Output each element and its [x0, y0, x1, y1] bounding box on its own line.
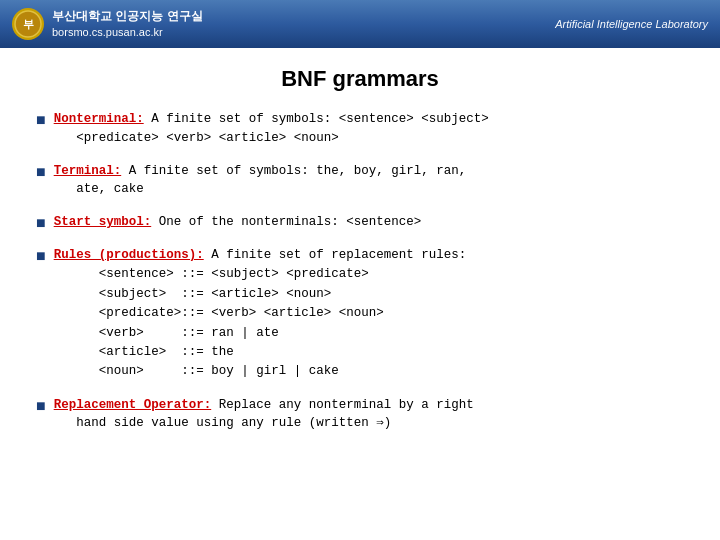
rules-header-text: Rules (productions): A finite set of rep…	[54, 246, 467, 265]
section-start: ■ Start symbol: One of the nonterminals:…	[36, 213, 684, 232]
rule-article: <article> ::= the	[54, 343, 234, 362]
university-url: borsmo.cs.pusan.ac.kr	[52, 25, 203, 40]
terminal-keyword: Terminal:	[54, 164, 122, 178]
main-content: BNF grammars ■ Nonterminal: A finite set…	[0, 48, 720, 465]
lab-name: Artificial Intelligence Laboratory	[555, 18, 708, 30]
rules-list: ■ <sentence> ::= <subject> <predicate> ■…	[36, 265, 684, 381]
section-terminal: ■ Terminal: A finite set of symbols: the…	[36, 162, 684, 200]
rule-noun: <noun> ::= boy | girl | cake	[54, 362, 339, 381]
header-bar: 부 부산대학교 인공지능 연구실 borsmo.cs.pusan.ac.kr A…	[0, 0, 720, 48]
rule-subject: <subject> ::= <article> <noun>	[54, 285, 332, 304]
university-logo: 부	[12, 8, 44, 40]
rule-row-5: ■ <article> ::= the	[36, 343, 684, 362]
rule-row-1: ■ <sentence> ::= <subject> <predicate>	[36, 265, 684, 284]
rules-keyword: Rules (productions):	[54, 248, 204, 262]
section-rules: ■ Rules (productions): A finite set of r…	[36, 246, 684, 382]
replacement-keyword: Replacement Operator:	[54, 398, 212, 412]
rule-predicate: <predicate>::= <verb> <article> <noun>	[54, 304, 384, 323]
terminal-text: Terminal: A finite set of symbols: the, …	[54, 162, 467, 200]
bullet-nonterminal: ■	[36, 111, 46, 129]
nonterminal-text: Nonterminal: A finite set of symbols: <s…	[54, 110, 489, 148]
replacement-text: Replacement Operator: Replace any nonter…	[54, 396, 474, 434]
bullet-replacement: ■	[36, 397, 46, 415]
rule-verb: <verb> ::= ran | ate	[54, 324, 279, 343]
nonterminal-keyword: Nonterminal:	[54, 112, 144, 126]
start-body: One of the nonterminals: <sentence>	[159, 215, 422, 229]
page-title: BNF grammars	[36, 66, 684, 92]
svg-text:부: 부	[23, 18, 34, 30]
header-university-info: 부산대학교 인공지능 연구실 borsmo.cs.pusan.ac.kr	[52, 8, 203, 40]
rule-row-3: ■ <predicate>::= <verb> <article> <noun>	[36, 304, 684, 323]
start-keyword: Start symbol:	[54, 215, 152, 229]
rule-row-4: ■ <verb> ::= ran | ate	[36, 324, 684, 343]
rule-row-6: ■ <noun> ::= boy | girl | cake	[36, 362, 684, 381]
bullet-terminal: ■	[36, 163, 46, 181]
start-text: Start symbol: One of the nonterminals: <…	[54, 213, 422, 232]
rule-sentence: <sentence> ::= <subject> <predicate>	[54, 265, 369, 284]
rules-header-body: A finite set of replacement rules:	[211, 248, 466, 262]
rules-header-row: ■ Rules (productions): A finite set of r…	[36, 246, 684, 265]
header-left: 부 부산대학교 인공지능 연구실 borsmo.cs.pusan.ac.kr	[12, 8, 203, 40]
bullet-start: ■	[36, 214, 46, 232]
university-name: 부산대학교 인공지능 연구실	[52, 8, 203, 25]
rule-row-2: ■ <subject> ::= <article> <noun>	[36, 285, 684, 304]
section-replacement: ■ Replacement Operator: Replace any nont…	[36, 396, 684, 434]
bullet-rules: ■	[36, 247, 46, 265]
section-nonterminal: ■ Nonterminal: A finite set of symbols: …	[36, 110, 684, 148]
